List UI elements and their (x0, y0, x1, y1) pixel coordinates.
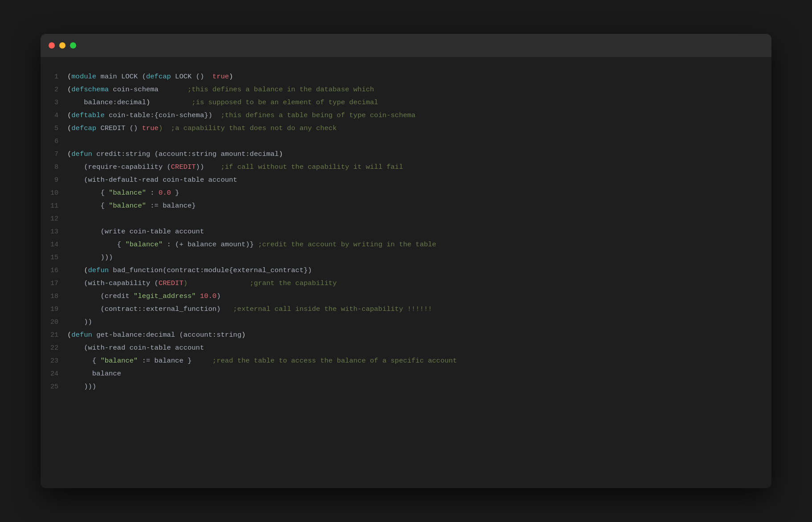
line-content: { "balance" := balance } ;read the table… (67, 355, 771, 367)
code-line: 2(defschema coin-schema ;this defines a … (41, 83, 771, 96)
token: "balance" (100, 357, 138, 365)
token: LOCK () (171, 73, 209, 81)
code-line: 18 (credit "legit_address" 10.0) (41, 290, 771, 303)
token: defcap (71, 124, 96, 132)
token: deftable (71, 111, 104, 119)
editor-window: 1(module main LOCK (defcap LOCK () true)… (41, 34, 771, 488)
token: ))) (67, 253, 113, 261)
line-number: 2 (41, 84, 67, 96)
maximize-button[interactable] (70, 42, 76, 49)
line-number: 13 (41, 226, 67, 238)
line-number: 21 (41, 329, 67, 342)
code-line: 23 { "balance" := balance } ;read the ta… (41, 355, 771, 367)
token: ))) (67, 383, 96, 391)
line-content: (credit "legit_address" 10.0) (67, 290, 771, 302)
token: true (142, 124, 158, 132)
code-line: 9 (with-default-read coin-table account (41, 174, 771, 187)
token: ;read the table to access the balance of… (208, 357, 457, 365)
line-number: 5 (41, 122, 67, 135)
token: coin-schema (109, 86, 159, 94)
token: :decimal (113, 98, 146, 106)
code-editor[interactable]: 1(module main LOCK (defcap LOCK () true)… (41, 57, 771, 407)
line-number: 9 (41, 174, 67, 187)
code-line: 11 { "balance" := balance} (41, 200, 771, 212)
token: (with-capability ( (67, 279, 159, 287)
token: ( (67, 150, 71, 158)
token: balance (67, 98, 113, 106)
code-line: 16 (defun bad_function(contract:module{e… (41, 264, 771, 277)
token: )) (196, 163, 212, 171)
line-content: balance (67, 367, 771, 380)
token: "balance" (125, 241, 163, 249)
line-content: (defun credit:string (account:string amo… (67, 148, 771, 160)
code-line: 21(defun get-balance:decimal (account:st… (41, 329, 771, 342)
code-line: 22 (with-read coin-table account (41, 342, 771, 355)
code-line: 6 (41, 135, 771, 148)
token: defun (71, 150, 92, 158)
token: (account (175, 331, 213, 339)
token: ( (67, 266, 88, 274)
token: defun (88, 266, 109, 274)
code-line: 3 balance:decimal) ;is supposed to be an… (41, 96, 771, 109)
token: :decimal (246, 150, 279, 158)
line-content: (with-read coin-table account (67, 342, 771, 354)
token: : (146, 189, 159, 197)
code-line: 4(deftable coin-table:{coin-schema}) ;th… (41, 109, 771, 122)
token: ;is supposed to be an element of type de… (150, 98, 378, 106)
token: ) ;grant the capability (183, 279, 336, 287)
token: :module (200, 266, 229, 274)
line-content: (require-capability (CREDIT)) ;if call w… (67, 161, 771, 173)
token: module (71, 73, 96, 81)
line-number: 12 (41, 213, 67, 225)
close-button[interactable] (49, 42, 55, 49)
token: ;this defines a table being of type coin… (213, 111, 416, 119)
token: ;credit the account by writing in the ta… (254, 241, 436, 249)
line-number: 20 (41, 316, 67, 329)
token: "balance" (109, 202, 146, 210)
token: ;if call without the capability it will … (213, 163, 403, 171)
token: amount (217, 150, 246, 158)
line-number: 25 (41, 381, 67, 393)
token: :string (121, 150, 150, 158)
token: defschema (71, 86, 109, 94)
line-content: (defun get-balance:decimal (account:stri… (67, 329, 771, 341)
code-line: 13 (write coin-table account (41, 225, 771, 238)
token: get-balance (92, 331, 142, 339)
token: CREDIT (159, 279, 184, 287)
token: { (67, 202, 109, 210)
token: ) (279, 150, 283, 158)
code-line: 25 ))) (41, 380, 771, 393)
token: {external_contract}) (229, 266, 312, 274)
line-content (67, 135, 771, 147)
token: :decimal (142, 331, 175, 339)
token: ( (67, 124, 71, 132)
token: ) (229, 73, 233, 81)
code-line: 14 { "balance" : (+ balance amount)} ;cr… (41, 238, 771, 251)
line-number: 10 (41, 187, 67, 200)
token (196, 292, 200, 300)
code-line: 7(defun credit:string (account:string am… (41, 148, 771, 161)
code-line: 19 (contract::external_function) ;extern… (41, 303, 771, 316)
token: { (67, 241, 125, 249)
token: (account (150, 150, 188, 158)
line-number: 19 (41, 303, 67, 316)
line-content: { "balance" := balance} (67, 200, 771, 212)
token: (require-capability ( (67, 163, 171, 171)
token: defun (71, 331, 92, 339)
token: ( (67, 111, 71, 119)
token: )) (67, 318, 92, 326)
line-content: (defschema coin-schema ;this defines a b… (67, 83, 771, 96)
token: } (171, 189, 180, 197)
line-content: (deftable coin-table:{coin-schema}) ;thi… (67, 109, 771, 122)
token: 0.0 (159, 189, 171, 197)
code-line: 8 (require-capability (CREDIT)) ;if call… (41, 161, 771, 174)
line-content (67, 212, 771, 225)
token: ) (217, 292, 221, 300)
line-content: (with-capability (CREDIT) ;grant the cap… (67, 277, 771, 290)
token: ( (67, 86, 71, 94)
line-content: (module main LOCK (defcap LOCK () true) (67, 70, 771, 83)
token: ( (67, 73, 71, 81)
minimize-button[interactable] (59, 42, 66, 49)
line-content: { "balance" : (+ balance amount)} ;credi… (67, 238, 771, 251)
token: :string (188, 150, 217, 158)
